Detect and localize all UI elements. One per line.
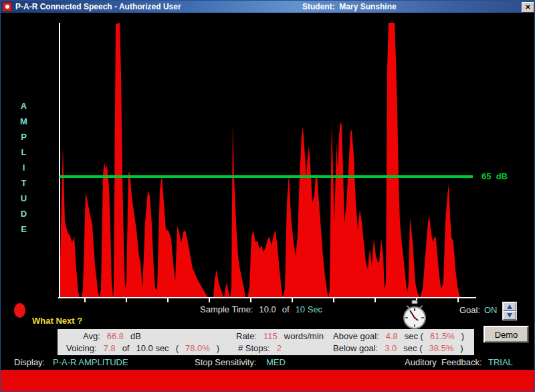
below-goal-label: Below goal: bbox=[333, 343, 378, 353]
stop-sensitivity-value: MED bbox=[266, 357, 286, 367]
goal-line-label: 65 dB bbox=[481, 171, 508, 181]
goal-value: ON bbox=[484, 305, 498, 315]
stat-below-goal: Below goal: 3.0 sec ( 38.5% ) bbox=[333, 343, 463, 353]
below-goal-pct: 38.5% bbox=[429, 343, 453, 353]
y-axis-title: AMPLITUDE bbox=[19, 101, 29, 239]
stat-rate: Rate: 115 words/min bbox=[236, 331, 324, 341]
record-indicator-dot bbox=[14, 303, 25, 318]
above-close-paren: ) bbox=[461, 331, 464, 341]
stat-stops: # Stops: 2 bbox=[238, 343, 282, 353]
below-goal-unit: sec ( bbox=[403, 343, 422, 353]
voicing-close-paren: ) bbox=[217, 343, 219, 353]
axis-tick bbox=[209, 298, 210, 302]
waveform bbox=[60, 23, 461, 298]
stats-panel: Avg: 66.8 dB Rate: 115 words/min Above g… bbox=[58, 329, 474, 355]
axis-tick bbox=[333, 298, 334, 302]
stopwatch-icon bbox=[401, 300, 429, 330]
student-name-label: Student: Mary Sunshine bbox=[302, 2, 397, 11]
goal-spinner bbox=[502, 302, 517, 320]
stops-label: # Stops: bbox=[238, 343, 270, 353]
display-label: Display: bbox=[14, 357, 45, 367]
sample-time-value: 10.0 bbox=[259, 304, 276, 314]
voicing-total: 10.0 sec bbox=[136, 343, 169, 353]
axis-tick bbox=[126, 298, 127, 302]
axis-tick bbox=[374, 298, 376, 302]
what-next-label: What Next ? bbox=[32, 316, 82, 326]
avg-unit: dB bbox=[130, 331, 141, 341]
avg-value: 66.8 bbox=[107, 331, 124, 341]
sample-time-label: Sample Time: bbox=[200, 304, 253, 314]
voicing-label: Voicing: bbox=[66, 343, 97, 353]
sample-time-of: of bbox=[282, 304, 290, 314]
goal-label: Goal: bbox=[459, 305, 480, 315]
app-window: P-A-R Connected Speech - Authorized User… bbox=[0, 0, 535, 392]
goal-line bbox=[60, 175, 473, 178]
axis-tick bbox=[457, 298, 459, 302]
above-goal-pct: 61.5% bbox=[430, 331, 455, 341]
y-axis-line bbox=[59, 23, 60, 298]
above-goal-label: Above goal: bbox=[333, 331, 379, 341]
rate-value: 115 bbox=[263, 331, 278, 341]
spinner-up-button[interactable] bbox=[503, 302, 516, 311]
rate-label: Rate: bbox=[236, 331, 257, 341]
below-close-paren: ) bbox=[460, 343, 463, 353]
auditory-feedback-value: TRIAL bbox=[488, 357, 513, 367]
spinner-down-button[interactable] bbox=[503, 311, 516, 320]
chevron-down-icon bbox=[507, 313, 512, 318]
voicing-of: of bbox=[122, 343, 130, 353]
stat-avg: Avg: 66.8 dB bbox=[83, 331, 141, 341]
axis-tick bbox=[292, 298, 293, 302]
app-icon bbox=[3, 2, 12, 11]
axis-tick bbox=[84, 298, 86, 302]
voicing-pct: 78.0% bbox=[185, 343, 210, 353]
rate-unit: words/min bbox=[284, 331, 324, 341]
voicing-value: 7.8 bbox=[104, 343, 116, 353]
axis-tick bbox=[250, 298, 251, 302]
avg-label: Avg: bbox=[83, 331, 100, 341]
x-axis-line bbox=[58, 297, 476, 298]
above-goal-value: 4.8 bbox=[386, 331, 398, 341]
auditory-feedback-label: Auditory Feedback: bbox=[405, 357, 482, 367]
button-bar: Keep Delete Clear Stop Reward Listen Zoo… bbox=[1, 370, 535, 392]
title-bar: P-A-R Connected Speech - Authorized User… bbox=[1, 1, 535, 13]
stat-above-goal: Above goal: 4.8 sec ( 61.5% ) bbox=[333, 331, 464, 341]
stops-value: 2 bbox=[277, 343, 282, 353]
sample-time-row: Sample Time: 10.0 of 10 Sec bbox=[200, 304, 322, 314]
close-icon[interactable]: ✕ bbox=[522, 2, 534, 13]
close-glyph: ✕ bbox=[525, 4, 530, 11]
below-goal-value: 3.0 bbox=[385, 343, 397, 353]
axis-tick bbox=[167, 298, 169, 302]
voicing-open-paren: ( bbox=[176, 343, 179, 353]
window-title: P-A-R Connected Speech - Authorized User bbox=[15, 2, 181, 11]
display-value: P-A-R AMPLITUDE bbox=[53, 357, 128, 367]
chevron-up-icon bbox=[507, 304, 512, 309]
demo-button[interactable]: Demo bbox=[484, 326, 529, 343]
above-goal-unit: sec ( bbox=[405, 331, 423, 341]
stat-voicing: Voicing: 7.8 of 10.0 sec ( 78.0% ) bbox=[66, 343, 219, 353]
sample-time-total: 10 Sec bbox=[296, 304, 322, 314]
stop-sensitivity-label: Stop Sensitivity: bbox=[195, 357, 257, 367]
